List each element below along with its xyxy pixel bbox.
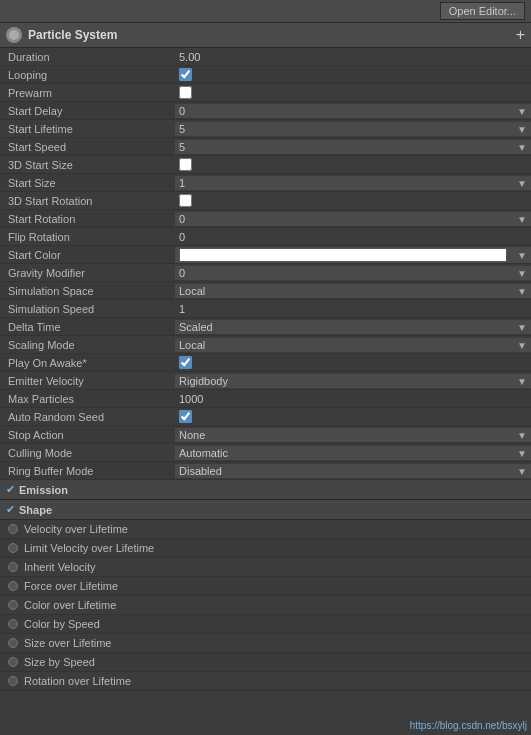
prop-label: Play On Awake* xyxy=(0,356,175,370)
properties-table: Duration5.00LoopingPrewarmStart Delay0▼S… xyxy=(0,48,531,480)
prop-value[interactable]: Automatic▼ xyxy=(175,446,531,460)
property-row-3d-start-rotation: 3D Start Rotation xyxy=(0,192,531,210)
dropdown-value: 5 xyxy=(179,123,185,135)
watermark: https://blog.csdn.net/bsxylj xyxy=(410,720,527,731)
property-row-ring-buffer-mode: Ring Buffer ModeDisabled▼ xyxy=(0,462,531,480)
section-header-emission[interactable]: ✔Emission xyxy=(0,480,531,500)
number-value: 1 xyxy=(179,303,185,315)
property-row-emitter-velocity: Emitter VelocityRigidbody▼ xyxy=(0,372,531,390)
module-row-rotation-over-lifetime[interactable]: Rotation over Lifetime xyxy=(0,672,531,691)
property-row-start-size: Start Size1▼ xyxy=(0,174,531,192)
dropdown-arrow-icon: ▼ xyxy=(517,321,527,332)
dropdown-arrow-icon: ▼ xyxy=(517,177,527,188)
dropdown-arrow-icon: ▼ xyxy=(517,141,527,152)
module-toggle-dot[interactable] xyxy=(8,638,18,648)
section-toggle-icon: ✔ xyxy=(6,483,15,496)
property-row-start-speed: Start Speed5▼ xyxy=(0,138,531,156)
panel-header: Particle System + xyxy=(0,23,531,48)
svg-point-0 xyxy=(9,30,19,40)
prop-value[interactable]: ▼ xyxy=(175,247,531,263)
property-row-duration: Duration5.00 xyxy=(0,48,531,66)
property-row-simulation-speed: Simulation Speed1 xyxy=(0,300,531,318)
prop-label: 3D Start Rotation xyxy=(0,194,175,208)
module-row-force-over-lifetime[interactable]: Force over Lifetime xyxy=(0,577,531,596)
dropdown-arrow-icon: ▼ xyxy=(517,447,527,458)
prop-value xyxy=(175,409,531,424)
dropdown-value: 0 xyxy=(179,105,185,117)
module-label: Color over Lifetime xyxy=(24,599,116,611)
dropdown-arrow-icon: ▼ xyxy=(517,213,527,224)
prop-label: Delta Time xyxy=(0,320,175,334)
color-swatch[interactable] xyxy=(179,248,507,262)
module-label: Limit Velocity over Lifetime xyxy=(24,542,154,554)
module-toggle-dot[interactable] xyxy=(8,581,18,591)
checkbox-auto-random-seed[interactable] xyxy=(179,410,192,423)
prop-value[interactable]: 0▼ xyxy=(175,266,531,280)
module-toggle-dot[interactable] xyxy=(8,543,18,553)
dropdown-value: 0 xyxy=(179,267,185,279)
prop-label: Prewarm xyxy=(0,86,175,100)
checkbox-looping[interactable] xyxy=(179,68,192,81)
module-row-color-over-lifetime[interactable]: Color over Lifetime xyxy=(0,596,531,615)
prop-label: Looping xyxy=(0,68,175,82)
prop-label: Simulation Speed xyxy=(0,302,175,316)
module-toggle-dot[interactable] xyxy=(8,600,18,610)
prop-label: Scaling Mode xyxy=(0,338,175,352)
prop-value[interactable]: Local▼ xyxy=(175,284,531,298)
prop-value[interactable]: 0▼ xyxy=(175,104,531,118)
prop-value[interactable]: 1▼ xyxy=(175,176,531,190)
sections-container: ✔Emission✔Shape xyxy=(0,480,531,520)
prop-label: 3D Start Size xyxy=(0,158,175,172)
property-row-delta-time: Delta TimeScaled▼ xyxy=(0,318,531,336)
prop-label: Ring Buffer Mode xyxy=(0,464,175,478)
module-toggle-dot[interactable] xyxy=(8,562,18,572)
top-bar: Open Editor... xyxy=(0,0,531,23)
prop-label: Start Size xyxy=(0,176,175,190)
module-toggle-dot[interactable] xyxy=(8,524,18,534)
module-toggle-dot[interactable] xyxy=(8,657,18,667)
dropdown-arrow-icon: ▼ xyxy=(517,465,527,476)
prop-label: Gravity Modifier xyxy=(0,266,175,280)
prop-value[interactable]: Rigidbody▼ xyxy=(175,374,531,388)
module-toggle-dot[interactable] xyxy=(8,676,18,686)
checkbox-play-on-awake*[interactable] xyxy=(179,356,192,369)
prop-label: Flip Rotation xyxy=(0,230,175,244)
module-row-size-by-speed[interactable]: Size by Speed xyxy=(0,653,531,672)
number-value: 1000 xyxy=(179,393,203,405)
section-header-shape[interactable]: ✔Shape xyxy=(0,500,531,520)
module-row-limit-velocity-over-lifetime[interactable]: Limit Velocity over Lifetime xyxy=(0,539,531,558)
module-row-color-by-speed[interactable]: Color by Speed xyxy=(0,615,531,634)
property-row-simulation-space: Simulation SpaceLocal▼ xyxy=(0,282,531,300)
module-row-inherit-velocity[interactable]: Inherit Velocity xyxy=(0,558,531,577)
dropdown-value: Rigidbody xyxy=(179,375,228,387)
module-label: Velocity over Lifetime xyxy=(24,523,128,535)
prop-value[interactable]: 5▼ xyxy=(175,122,531,136)
module-row-velocity-over-lifetime[interactable]: Velocity over Lifetime xyxy=(0,520,531,539)
dropdown-arrow-icon: ▼ xyxy=(517,339,527,350)
dropdown-arrow-icon: ▼ xyxy=(517,123,527,134)
prop-value[interactable]: Local▼ xyxy=(175,338,531,352)
property-row-prewarm: Prewarm xyxy=(0,84,531,102)
property-row-flip-rotation: Flip Rotation0 xyxy=(0,228,531,246)
prop-label: Start Lifetime xyxy=(0,122,175,136)
prop-value[interactable]: None▼ xyxy=(175,428,531,442)
property-row-play-on-awake*: Play On Awake* xyxy=(0,354,531,372)
module-label: Rotation over Lifetime xyxy=(24,675,131,687)
add-component-button[interactable]: + xyxy=(516,27,525,43)
checkbox-prewarm[interactable] xyxy=(179,86,192,99)
prop-value xyxy=(175,85,531,100)
modules-container: Velocity over LifetimeLimit Velocity ove… xyxy=(0,520,531,691)
checkbox-3d-start-rotation[interactable] xyxy=(179,194,192,207)
module-toggle-dot[interactable] xyxy=(8,619,18,629)
prop-value[interactable]: Scaled▼ xyxy=(175,320,531,334)
checkbox-3d-start-size[interactable] xyxy=(179,158,192,171)
module-label: Inherit Velocity xyxy=(24,561,96,573)
open-editor-button[interactable]: Open Editor... xyxy=(440,2,525,20)
prop-value[interactable]: Disabled▼ xyxy=(175,464,531,478)
section-label: Shape xyxy=(19,504,52,516)
number-value: 0 xyxy=(179,231,185,243)
prop-label: Simulation Space xyxy=(0,284,175,298)
prop-value[interactable]: 0▼ xyxy=(175,212,531,226)
module-row-size-over-lifetime[interactable]: Size over Lifetime xyxy=(0,634,531,653)
prop-value[interactable]: 5▼ xyxy=(175,140,531,154)
